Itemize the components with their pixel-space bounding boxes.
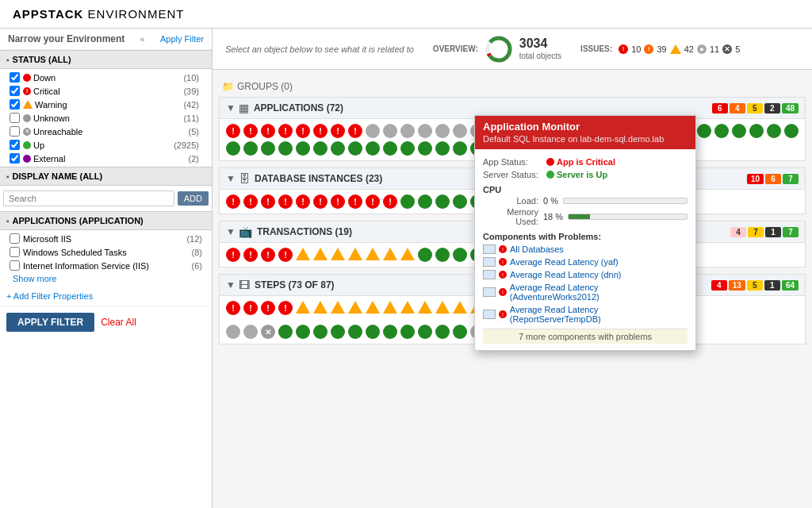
app-obj-8[interactable]: ! xyxy=(348,124,362,138)
step-gg9[interactable] xyxy=(418,325,432,339)
apply-filter-button[interactable]: APPLY FILTER xyxy=(6,313,94,332)
popup-component-0[interactable]: ! All Databases xyxy=(483,243,688,256)
app-obj-33[interactable] xyxy=(784,124,799,138)
app-obj-35[interactable] xyxy=(243,141,258,156)
step-obj-2[interactable]: ! xyxy=(243,301,258,315)
step-gg7[interactable] xyxy=(383,325,397,339)
app-obj-45[interactable] xyxy=(418,141,432,156)
step-gg11[interactable] xyxy=(453,325,467,339)
app-obj-28[interactable] xyxy=(697,124,711,138)
step-warn-3[interactable] xyxy=(331,301,345,314)
app-obj-2[interactable]: ! xyxy=(243,124,258,138)
status-checkbox-external[interactable] xyxy=(10,153,20,164)
step-warn-4[interactable] xyxy=(348,301,362,314)
search-input[interactable] xyxy=(3,190,174,206)
app-obj-31[interactable] xyxy=(749,124,764,138)
db-obj-13[interactable] xyxy=(435,194,450,209)
add-filter-link[interactable]: + Add Filter Properties xyxy=(0,287,212,306)
step-warn-8[interactable] xyxy=(418,301,432,314)
tx-obj-warn-6[interactable] xyxy=(383,248,397,260)
app-checkbox-iis[interactable] xyxy=(10,233,20,244)
status-checkbox-critical[interactable] xyxy=(10,86,20,96)
app-obj-10[interactable] xyxy=(383,124,397,138)
popup-component-3[interactable]: ! Average Read Latency (AdventureWorks20… xyxy=(483,281,688,303)
db-obj-8[interactable]: ! xyxy=(348,194,362,209)
tx-obj-warn-5[interactable] xyxy=(366,248,380,260)
tx-obj-4[interactable]: ! xyxy=(278,248,293,262)
tx-obj-warn-7[interactable] xyxy=(400,248,415,260)
step-warn-7[interactable] xyxy=(400,301,415,314)
app-obj-7[interactable]: ! xyxy=(331,124,345,138)
app-obj-14[interactable] xyxy=(453,124,467,138)
popup-component-4[interactable]: ! Average Read Latency (ReportServerTemp… xyxy=(483,303,688,325)
step-gg5[interactable] xyxy=(348,325,362,339)
step-warn-2[interactable] xyxy=(313,301,327,314)
app-obj-6[interactable]: ! xyxy=(313,124,327,138)
app-obj-1[interactable]: ! xyxy=(226,124,240,138)
status-checkbox-up[interactable] xyxy=(10,140,20,150)
popup-component-1[interactable]: ! Average Read Latency (yaf) xyxy=(483,256,688,268)
db-obj-6[interactable]: ! xyxy=(313,194,327,209)
app-obj-46[interactable] xyxy=(435,141,450,156)
app-obj-36[interactable] xyxy=(261,141,275,156)
tx-obj-warn-2[interactable] xyxy=(313,248,327,260)
app-obj-9[interactable] xyxy=(366,124,380,138)
app-checkbox-scheduled[interactable] xyxy=(10,247,20,257)
app-obj-42[interactable] xyxy=(366,141,380,156)
app-obj-39[interactable] xyxy=(313,141,327,156)
step-obj-4[interactable]: ! xyxy=(278,301,293,315)
status-checkbox-unreachable[interactable] xyxy=(10,126,20,137)
app-obj-41[interactable] xyxy=(348,141,362,156)
step-warn-1[interactable] xyxy=(296,301,310,314)
app-obj-3[interactable]: ! xyxy=(261,124,275,138)
step-gr2[interactable] xyxy=(243,325,258,339)
step-gg10[interactable] xyxy=(435,325,450,339)
db-obj-3[interactable]: ! xyxy=(261,194,275,209)
db-obj-4[interactable]: ! xyxy=(278,194,293,209)
step-gr1[interactable] xyxy=(226,325,240,339)
tx-obj-3[interactable]: ! xyxy=(261,248,275,262)
tx-obj-g1[interactable] xyxy=(418,248,432,262)
db-obj-14[interactable] xyxy=(453,194,467,209)
tx-obj-g2[interactable] xyxy=(435,248,450,262)
step-gg8[interactable] xyxy=(400,325,415,339)
status-checkbox-warning[interactable] xyxy=(10,99,20,110)
tx-obj-g3[interactable] xyxy=(453,248,467,262)
step-obj-1[interactable]: ! xyxy=(226,301,240,315)
app-obj-13[interactable] xyxy=(435,124,450,138)
step-gg2[interactable] xyxy=(296,325,310,339)
app-obj-29[interactable] xyxy=(714,124,729,138)
tx-obj-2[interactable]: ! xyxy=(243,248,258,262)
apply-filter-link[interactable]: Apply Filter xyxy=(160,34,204,44)
popup-component-2[interactable]: ! Average Read Latency (dnn) xyxy=(483,268,688,281)
db-obj-12[interactable] xyxy=(418,194,432,209)
tx-obj-warn-4[interactable] xyxy=(348,248,362,260)
clear-all-button[interactable]: Clear All xyxy=(101,317,136,328)
add-button[interactable]: ADD xyxy=(178,191,209,206)
step-obj-3[interactable]: ! xyxy=(261,301,275,315)
db-obj-10[interactable]: ! xyxy=(383,194,397,209)
app-obj-5[interactable]: ! xyxy=(296,124,310,138)
status-section-header[interactable]: ▪ STATUS (ALL) xyxy=(0,50,212,69)
status-checkbox-unknown[interactable] xyxy=(10,113,20,123)
step-warn-5[interactable] xyxy=(366,301,380,314)
app-checkbox-iis2[interactable] xyxy=(10,260,20,271)
app-obj-47[interactable] xyxy=(453,141,467,156)
step-warn-6[interactable] xyxy=(383,301,397,314)
app-obj-37[interactable] xyxy=(278,141,293,156)
app-obj-38[interactable] xyxy=(296,141,310,156)
step-warn-9[interactable] xyxy=(435,301,450,314)
step-warn-10[interactable] xyxy=(453,301,467,314)
app-obj-11[interactable] xyxy=(400,124,415,138)
applications-filter-section-header[interactable]: ▪ APPLICATIONS (APPLICATION) xyxy=(0,211,212,230)
status-checkbox-down[interactable] xyxy=(10,72,20,83)
more-components-link[interactable]: 7 more components with problems xyxy=(483,329,688,344)
app-obj-12[interactable] xyxy=(418,124,432,138)
tx-obj-warn-3[interactable] xyxy=(331,248,345,260)
app-obj-44[interactable] xyxy=(400,141,415,156)
db-obj-7[interactable]: ! xyxy=(331,194,345,209)
step-gg1[interactable] xyxy=(278,325,293,339)
app-obj-4[interactable]: ! xyxy=(278,124,293,138)
app-obj-32[interactable] xyxy=(767,124,781,138)
tx-obj-1[interactable]: ! xyxy=(226,248,240,262)
